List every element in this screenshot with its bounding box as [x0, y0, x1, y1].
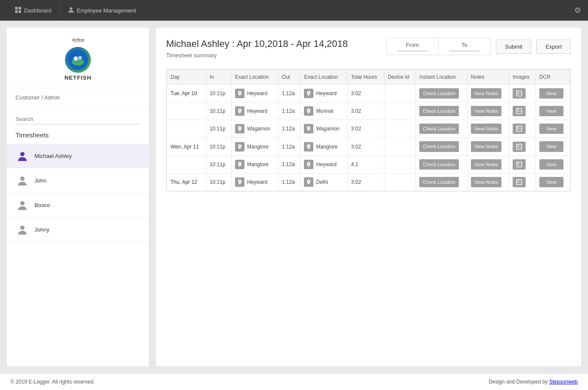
- svg-point-18: [517, 127, 519, 128]
- cell-device-id-2: [384, 120, 416, 138]
- cell-out-location-5: Delhi: [300, 173, 347, 191]
- avatar-icon: [15, 198, 29, 212]
- view-dcr-button-4[interactable]: View: [539, 159, 563, 170]
- cell-images-0: [509, 84, 535, 102]
- svg-point-4: [70, 7, 72, 10]
- col-exact-location-out: Exact Location: [300, 69, 347, 84]
- cell-instant-location-2: Check Location: [416, 120, 467, 138]
- credit-text: Design and Developed by Stepsonweb: [489, 379, 578, 385]
- view-notes-button-4[interactable]: View Notes: [471, 159, 501, 170]
- cell-instant-location-3: Check Location: [416, 138, 467, 155]
- view-images-button-0[interactable]: [513, 88, 526, 99]
- export-button[interactable]: Export: [536, 40, 571, 54]
- cell-notes-0: View Notes: [467, 84, 509, 102]
- sidebar-logo: नेटफिश NETFISH: [7, 28, 149, 88]
- cell-instant-location-5: Check Location: [416, 173, 467, 191]
- cell-day-0: Tue, Apr 10: [167, 84, 206, 102]
- cell-instant-location-1: Check Location: [416, 102, 467, 120]
- cell-in-2: 10:11p: [206, 120, 231, 138]
- view-dcr-button-3[interactable]: View: [539, 141, 563, 152]
- view-notes-button-5[interactable]: View Notes: [471, 177, 501, 187]
- employee-management-nav-item[interactable]: Employee Management: [60, 0, 144, 21]
- table-row: Wen, Apr 11 10:11p Manglore 1:12a Manglo…: [167, 138, 570, 155]
- svg-point-24: [517, 180, 519, 182]
- cell-in-location-2: Wagamon: [231, 120, 278, 138]
- col-in: In: [206, 69, 231, 84]
- to-date-field: To: [439, 38, 490, 55]
- check-location-button-4[interactable]: Check Location: [419, 159, 459, 170]
- svg-rect-23: [517, 180, 522, 185]
- cell-in-1: 10:11p: [206, 102, 231, 120]
- logo-hindi-text: नेटफिश: [72, 38, 84, 43]
- view-notes-button-0[interactable]: View Notes: [471, 88, 501, 99]
- pin-icon-in-0: [235, 89, 244, 98]
- timesheet-table-wrapper: Day In Exact Location Out Exact Location…: [166, 69, 571, 192]
- table-row: 10:11p Wagamon 1:12a Wagamon 3:02 Check …: [167, 120, 570, 138]
- view-notes-button-3[interactable]: View Notes: [471, 141, 501, 152]
- cell-dcr-2: View: [535, 120, 570, 138]
- cell-out-location-4: Heyward: [300, 155, 347, 173]
- check-location-button-0[interactable]: Check Location: [419, 88, 459, 99]
- top-navigation: Dashboard Employee Management ⚙: [0, 0, 588, 21]
- pin-icon-out-4: [304, 160, 313, 169]
- cell-instant-location-4: Check Location: [416, 155, 467, 173]
- cell-total-hours-5: 3:02: [347, 173, 384, 191]
- main-content: Michael Ashley : Apr 10,2018 - Apr 14,20…: [156, 28, 581, 366]
- view-images-button-1[interactable]: [513, 106, 526, 116]
- employee-management-icon: [68, 6, 74, 15]
- page-subtitle: Timesheet summary: [166, 52, 348, 59]
- col-total-hours: Total Hours: [347, 69, 384, 84]
- view-notes-button-2[interactable]: View Notes: [471, 124, 501, 134]
- check-location-button-1[interactable]: Check Location: [419, 106, 459, 116]
- cell-images-5: [509, 173, 535, 191]
- view-dcr-button-0[interactable]: View: [539, 88, 563, 99]
- employee-item-3[interactable]: Johny: [7, 217, 149, 242]
- employee-name: Michael Ashley: [34, 153, 72, 159]
- employee-name: John: [34, 177, 46, 184]
- settings-icon[interactable]: ⚙: [574, 6, 581, 15]
- cell-out-location-3: Manglore: [300, 138, 347, 155]
- cell-total-hours-0: 3:02: [347, 84, 384, 102]
- view-dcr-button-1[interactable]: View: [539, 106, 563, 116]
- svg-rect-0: [15, 7, 18, 9]
- employee-item-2[interactable]: Bosco: [7, 193, 149, 217]
- check-location-button-3[interactable]: Check Location: [419, 141, 459, 152]
- view-notes-button-1[interactable]: View Notes: [471, 106, 501, 116]
- cell-notes-5: View Notes: [467, 173, 509, 191]
- avatar-icon: [15, 173, 29, 187]
- timesheets-label: Timesheets: [7, 128, 149, 144]
- table-header-row: Day In Exact Location Out Exact Location…: [167, 69, 570, 84]
- svg-point-10: [20, 176, 25, 181]
- view-dcr-button-2[interactable]: View: [539, 124, 563, 134]
- col-day: Day: [167, 69, 206, 84]
- view-images-button-3[interactable]: [513, 142, 526, 152]
- search-input[interactable]: [15, 114, 140, 124]
- view-images-button-4[interactable]: [513, 159, 526, 170]
- svg-rect-3: [19, 10, 21, 13]
- to-date-line: [449, 51, 480, 51]
- view-dcr-button-5[interactable]: View: [539, 177, 563, 187]
- pin-icon-in-2: [235, 124, 244, 133]
- col-out: Out: [278, 69, 300, 84]
- cell-out-2: 1:12a: [278, 120, 300, 138]
- credit-link[interactable]: Stepsonweb: [549, 379, 578, 385]
- page-title: Michael Ashley : Apr 10,2018 - Apr 14,20…: [166, 38, 348, 50]
- dashboard-label: Dashboard: [24, 7, 52, 14]
- col-dcr: DCR: [535, 69, 570, 84]
- dashboard-nav-item[interactable]: Dashboard: [7, 0, 59, 21]
- check-location-button-2[interactable]: Check Location: [419, 124, 459, 134]
- date-range-group: From To: [386, 38, 491, 55]
- employee-item-0[interactable]: Michael Ashley: [7, 144, 149, 168]
- cell-total-hours-4: 4.1: [347, 155, 384, 173]
- cell-device-id-1: [384, 102, 416, 120]
- cell-notes-4: View Notes: [467, 155, 509, 173]
- svg-rect-1: [19, 7, 21, 9]
- svg-point-9: [20, 152, 25, 156]
- view-images-button-5[interactable]: [513, 177, 526, 187]
- from-label: From: [406, 42, 419, 48]
- employee-item-1[interactable]: John: [7, 168, 149, 193]
- check-location-button-5[interactable]: Check Location: [419, 177, 459, 187]
- table-row: Tue, Apr 10 10:11p Heyward 1:12a Heyward…: [167, 84, 570, 102]
- view-images-button-2[interactable]: [513, 124, 526, 134]
- submit-button[interactable]: Submit: [496, 40, 531, 54]
